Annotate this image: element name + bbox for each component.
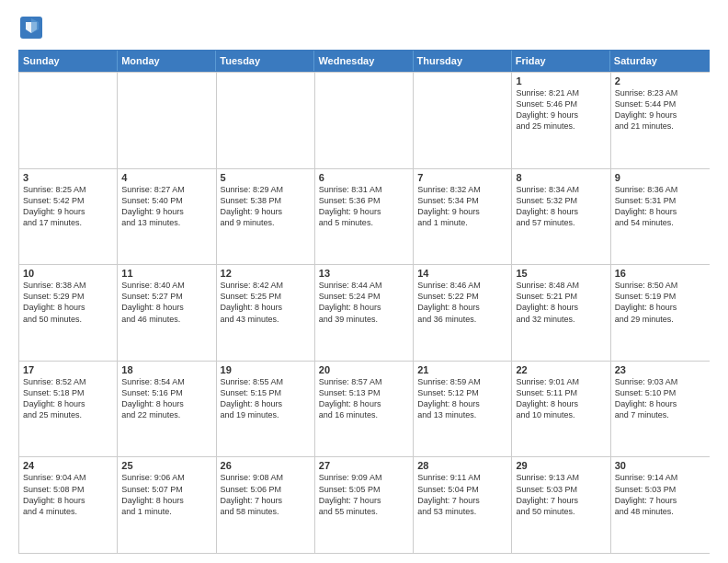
calendar-header: SundayMondayTuesdayWednesdayThursdayFrid… — [18, 50, 710, 72]
day-number: 4 — [121, 172, 211, 183]
day-info: Sunrise: 8:23 AM Sunset: 5:44 PM Dayligh… — [615, 87, 706, 132]
day-number: 1 — [516, 75, 606, 86]
day-number: 13 — [319, 268, 409, 279]
day-number: 25 — [121, 460, 211, 471]
calendar-row-4: 24Sunrise: 9:04 AM Sunset: 5:08 PM Dayli… — [19, 456, 710, 553]
calendar-body: 1Sunrise: 8:21 AM Sunset: 5:46 PM Daylig… — [18, 72, 710, 554]
logo-icon — [18, 15, 44, 40]
day-info: Sunrise: 9:09 AM Sunset: 5:05 PM Dayligh… — [319, 472, 409, 517]
calendar-empty-cell — [315, 73, 414, 168]
day-info: Sunrise: 9:01 AM Sunset: 5:11 PM Dayligh… — [516, 376, 606, 421]
day-number: 23 — [615, 364, 706, 375]
calendar-row-2: 10Sunrise: 8:38 AM Sunset: 5:29 PM Dayli… — [19, 264, 710, 361]
calendar-row-3: 17Sunrise: 8:52 AM Sunset: 5:18 PM Dayli… — [19, 361, 710, 457]
calendar-day-30: 30Sunrise: 9:14 AM Sunset: 5:03 PM Dayli… — [611, 457, 710, 553]
day-number: 8 — [516, 172, 606, 183]
calendar-empty-cell — [217, 73, 315, 168]
day-info: Sunrise: 8:32 AM Sunset: 5:34 PM Dayligh… — [417, 184, 507, 229]
day-number: 3 — [23, 172, 113, 183]
calendar-day-3: 3Sunrise: 8:25 AM Sunset: 5:42 PM Daylig… — [19, 169, 118, 265]
calendar-empty-cell — [118, 73, 216, 168]
day-info: Sunrise: 8:27 AM Sunset: 5:40 PM Dayligh… — [121, 184, 211, 229]
day-info: Sunrise: 9:14 AM Sunset: 5:03 PM Dayligh… — [615, 472, 706, 517]
calendar-day-28: 28Sunrise: 9:11 AM Sunset: 5:04 PM Dayli… — [414, 457, 512, 553]
day-number: 15 — [516, 268, 606, 279]
day-number: 17 — [23, 364, 113, 375]
day-info: Sunrise: 8:52 AM Sunset: 5:18 PM Dayligh… — [23, 376, 113, 421]
calendar-day-14: 14Sunrise: 8:46 AM Sunset: 5:22 PM Dayli… — [414, 265, 512, 361]
calendar-day-24: 24Sunrise: 9:04 AM Sunset: 5:08 PM Dayli… — [19, 457, 118, 553]
day-info: Sunrise: 8:38 AM Sunset: 5:29 PM Dayligh… — [23, 280, 113, 325]
day-info: Sunrise: 8:21 AM Sunset: 5:46 PM Dayligh… — [516, 87, 606, 132]
calendar-day-19: 19Sunrise: 8:55 AM Sunset: 5:15 PM Dayli… — [217, 362, 315, 457]
calendar-empty-cell — [414, 73, 512, 168]
day-number: 7 — [417, 172, 507, 183]
day-number: 9 — [615, 172, 706, 183]
calendar-day-17: 17Sunrise: 8:52 AM Sunset: 5:18 PM Dayli… — [19, 362, 118, 457]
day-info: Sunrise: 8:57 AM Sunset: 5:13 PM Dayligh… — [319, 376, 409, 421]
calendar-day-15: 15Sunrise: 8:48 AM Sunset: 5:21 PM Dayli… — [512, 265, 610, 361]
day-number: 14 — [417, 268, 507, 279]
calendar-day-12: 12Sunrise: 8:42 AM Sunset: 5:25 PM Dayli… — [217, 265, 315, 361]
calendar-day-10: 10Sunrise: 8:38 AM Sunset: 5:29 PM Dayli… — [19, 265, 118, 361]
day-info: Sunrise: 8:46 AM Sunset: 5:22 PM Dayligh… — [417, 280, 507, 325]
day-info: Sunrise: 9:13 AM Sunset: 5:03 PM Dayligh… — [516, 472, 606, 517]
calendar-day-18: 18Sunrise: 8:54 AM Sunset: 5:16 PM Dayli… — [118, 362, 216, 457]
day-number: 21 — [417, 364, 507, 375]
day-number: 10 — [23, 268, 113, 279]
calendar-day-13: 13Sunrise: 8:44 AM Sunset: 5:24 PM Dayli… — [315, 265, 414, 361]
calendar-day-7: 7Sunrise: 8:32 AM Sunset: 5:34 PM Daylig… — [414, 169, 512, 265]
calendar-day-6: 6Sunrise: 8:31 AM Sunset: 5:36 PM Daylig… — [315, 169, 414, 265]
day-number: 11 — [121, 268, 211, 279]
day-info: Sunrise: 9:11 AM Sunset: 5:04 PM Dayligh… — [417, 472, 507, 517]
day-info: Sunrise: 8:50 AM Sunset: 5:19 PM Dayligh… — [615, 280, 706, 325]
day-info: Sunrise: 8:44 AM Sunset: 5:24 PM Dayligh… — [319, 280, 409, 325]
day-number: 27 — [319, 460, 409, 471]
day-info: Sunrise: 8:31 AM Sunset: 5:36 PM Dayligh… — [319, 184, 409, 229]
day-number: 29 — [516, 460, 606, 471]
day-info: Sunrise: 8:42 AM Sunset: 5:25 PM Dayligh… — [221, 280, 311, 325]
calendar-row-1: 3Sunrise: 8:25 AM Sunset: 5:42 PM Daylig… — [19, 168, 710, 265]
day-number: 5 — [221, 172, 311, 183]
calendar-day-2: 2Sunrise: 8:23 AM Sunset: 5:44 PM Daylig… — [611, 73, 710, 168]
day-number: 6 — [319, 172, 409, 183]
calendar-day-27: 27Sunrise: 9:09 AM Sunset: 5:05 PM Dayli… — [315, 457, 414, 553]
weekday-header-friday: Friday — [512, 51, 610, 71]
day-info: Sunrise: 8:25 AM Sunset: 5:42 PM Dayligh… — [23, 184, 113, 229]
day-info: Sunrise: 8:59 AM Sunset: 5:12 PM Dayligh… — [417, 376, 507, 421]
day-number: 12 — [221, 268, 311, 279]
day-number: 24 — [23, 460, 113, 471]
day-number: 20 — [319, 364, 409, 375]
calendar-day-21: 21Sunrise: 8:59 AM Sunset: 5:12 PM Dayli… — [414, 362, 512, 457]
weekday-header-tuesday: Tuesday — [216, 51, 314, 71]
day-info: Sunrise: 8:48 AM Sunset: 5:21 PM Dayligh… — [516, 280, 606, 325]
day-number: 28 — [417, 460, 507, 471]
weekday-header-monday: Monday — [118, 51, 216, 71]
calendar-day-25: 25Sunrise: 9:06 AM Sunset: 5:07 PM Dayli… — [118, 457, 216, 553]
calendar-day-5: 5Sunrise: 8:29 AM Sunset: 5:38 PM Daylig… — [217, 169, 315, 265]
day-number: 19 — [221, 364, 311, 375]
day-info: Sunrise: 8:34 AM Sunset: 5:32 PM Dayligh… — [516, 184, 606, 229]
weekday-header-saturday: Saturday — [610, 51, 709, 71]
day-number: 2 — [615, 75, 706, 86]
day-info: Sunrise: 9:08 AM Sunset: 5:06 PM Dayligh… — [221, 472, 311, 517]
day-info: Sunrise: 8:36 AM Sunset: 5:31 PM Dayligh… — [615, 184, 706, 229]
day-number: 18 — [121, 364, 211, 375]
calendar-day-1: 1Sunrise: 8:21 AM Sunset: 5:46 PM Daylig… — [512, 73, 610, 168]
weekday-header-sunday: Sunday — [19, 51, 118, 71]
calendar-day-9: 9Sunrise: 8:36 AM Sunset: 5:31 PM Daylig… — [611, 169, 710, 265]
day-info: Sunrise: 9:03 AM Sunset: 5:10 PM Dayligh… — [615, 376, 706, 421]
calendar-day-23: 23Sunrise: 9:03 AM Sunset: 5:10 PM Dayli… — [611, 362, 710, 457]
calendar-day-26: 26Sunrise: 9:08 AM Sunset: 5:06 PM Dayli… — [217, 457, 315, 553]
calendar-day-29: 29Sunrise: 9:13 AM Sunset: 5:03 PM Dayli… — [512, 457, 610, 553]
day-number: 22 — [516, 364, 606, 375]
calendar-day-16: 16Sunrise: 8:50 AM Sunset: 5:19 PM Dayli… — [611, 265, 710, 361]
calendar-empty-cell — [19, 73, 118, 168]
calendar-row-0: 1Sunrise: 8:21 AM Sunset: 5:46 PM Daylig… — [19, 72, 710, 168]
calendar-day-8: 8Sunrise: 8:34 AM Sunset: 5:32 PM Daylig… — [512, 169, 610, 265]
calendar-day-20: 20Sunrise: 8:57 AM Sunset: 5:13 PM Dayli… — [315, 362, 414, 457]
day-info: Sunrise: 9:06 AM Sunset: 5:07 PM Dayligh… — [121, 472, 211, 517]
day-number: 16 — [615, 268, 706, 279]
day-info: Sunrise: 8:40 AM Sunset: 5:27 PM Dayligh… — [121, 280, 211, 325]
calendar: SundayMondayTuesdayWednesdayThursdayFrid… — [18, 50, 710, 554]
